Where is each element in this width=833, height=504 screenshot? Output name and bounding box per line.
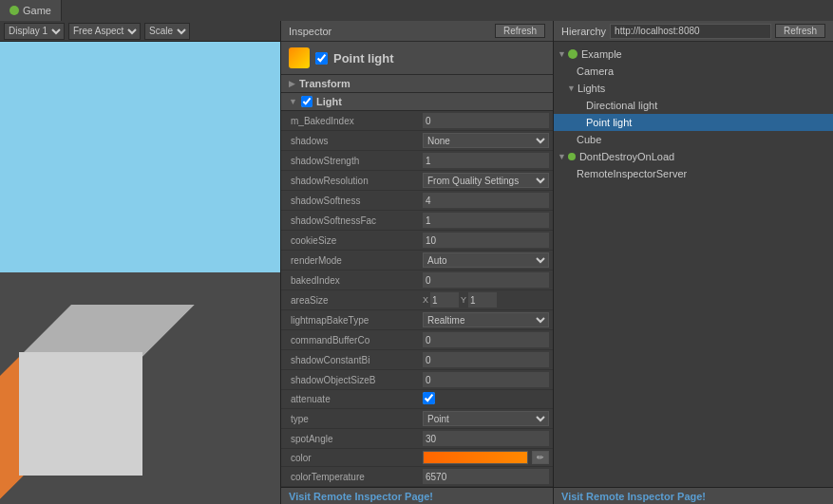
shadow-strength-input[interactable] [423,153,549,168]
inspector-content[interactable]: Point light ▶ Transform ▼ Light m_BakedI… [281,42,553,487]
attenuate-checkbox[interactable] [423,392,435,404]
prop-label-color-temperature: colorTemperature [281,472,419,482]
color-temperature-input[interactable] [423,469,549,484]
inspector-header: Inspector Refresh [281,21,553,42]
prop-value-baked-index[interactable] [419,271,553,289]
top-bar: Game [0,0,833,21]
color-edit-button[interactable]: ✏ [532,451,549,464]
game-canvas [0,42,280,504]
object-enabled-checkbox[interactable] [315,52,328,65]
prop-value-spot-angle[interactable] [419,430,553,447]
example-arrow-icon: ▼ [558,49,566,59]
prop-value-cookie-size[interactable] [419,232,553,249]
prop-shadow-constant-bi: shadowConstantBi [281,350,553,370]
prop-value-m-baked-index[interactable] [419,112,553,129]
prop-color: color ✏ [281,449,553,467]
prop-label-area-size: areaSize [281,295,419,306]
inspector-panel: Inspector Refresh Point light ▶ Transfor… [280,21,554,504]
tree-item-lights[interactable]: ▼ Lights [554,80,833,97]
color-bar-container: ✏ [423,451,549,464]
light-enabled-checkbox[interactable] [301,96,312,107]
cube [19,352,142,476]
lights-arrow-icon: ▼ [567,84,576,93]
prop-value-type[interactable]: PointDirectionalSpotArea [419,410,553,427]
game-view: Display 1 Free Aspect Scale [0,21,280,504]
spot-angle-input[interactable] [423,431,549,446]
area-x-label: X [423,295,428,305]
object-header: Point light [281,42,553,75]
render-mode-select[interactable]: AutoImportantNot Important [423,252,549,268]
hierarchy-refresh-button[interactable]: Refresh [775,24,825,38]
transform-section-header[interactable]: ▶ Transform [281,75,553,93]
object-icon [289,47,310,68]
inspector-visit-link[interactable]: Visit Remote Inspector Page! [289,491,433,502]
prop-label-shadow-constant-bi: shadowConstantBi [281,355,419,365]
prop-value-attenuate[interactable] [419,391,553,407]
tree-item-camera[interactable]: Camera [554,63,833,80]
prop-value-shadow-resolution[interactable]: From Quality SettingsLowMediumHigh [419,172,553,189]
prop-value-command-buffer-co[interactable] [419,331,553,348]
cookie-size-input[interactable] [423,233,549,248]
transform-arrow-icon: ▶ [289,79,295,88]
shadow-resolution-select[interactable]: From Quality SettingsLowMediumHigh [423,173,549,188]
shadows-select[interactable]: NoneHard ShadowsSoft Shadows [423,133,549,148]
prop-value-lightmap-bake-type[interactable]: RealtimeBakedMixed [419,311,553,328]
prop-label-shadow-softness-fac: shadowSoftnessFac [281,215,419,226]
prop-label-shadow-resolution: shadowResolution [281,176,419,186]
hierarchy-content[interactable]: ▼ Example Camera ▼ Lights Directional li… [554,42,833,487]
shadow-object-size-b-input[interactable] [423,372,549,387]
tree-item-dont-destroy[interactable]: ▼ DontDestroyOnLoad [554,148,833,165]
prop-shadow-softness-fac: shadowSoftnessFac [281,211,553,231]
shadow-softness-input[interactable] [423,193,549,208]
prop-value-shadow-constant-bi[interactable] [419,351,553,368]
prop-label-spot-angle: spotAngle [281,434,419,444]
tree-item-cube[interactable]: Cube [554,131,833,148]
main-area: Display 1 Free Aspect Scale [0,21,833,504]
light-section-header[interactable]: ▼ Light [281,93,553,111]
shadow-constant-bi-input[interactable] [423,352,549,367]
prop-value-render-mode[interactable]: AutoImportantNot Important [419,252,553,269]
color-bar[interactable] [423,451,528,464]
url-input[interactable] [610,24,771,39]
prop-value-shadow-softness-fac[interactable] [419,212,553,229]
tree-item-remote-inspector-server[interactable]: RemoteInspectorServer [554,165,833,182]
prop-render-mode: renderMode AutoImportantNot Important [281,251,553,271]
command-buffer-co-input[interactable] [423,332,549,347]
tree-item-point-light[interactable]: Point light [554,114,833,131]
area-x-input[interactable] [430,292,459,308]
m-baked-index-input[interactable] [423,113,549,128]
aspect-select[interactable]: Free Aspect [68,23,141,40]
inspector-refresh-button[interactable]: Refresh [495,24,545,38]
baked-index-input[interactable] [423,272,549,288]
shadow-softness-fac-input[interactable] [423,213,549,228]
hierarchy-visit-link-text: Visit Remote Inspector Page! [561,491,706,502]
tree-item-directional-light[interactable]: Directional light [554,97,833,114]
cube-front [19,352,142,476]
lightmap-bake-type-select[interactable]: RealtimeBakedMixed [423,312,549,327]
dont-destroy-arrow-icon: ▼ [558,152,566,161]
display-select[interactable]: Display 1 [4,23,65,40]
prop-value-shadow-object-size-b[interactable] [419,371,553,388]
area-y-input[interactable] [468,292,497,308]
game-dot [9,6,19,15]
dont-destroy-dot [568,153,576,160]
prop-value-shadow-softness[interactable] [419,192,553,209]
scale-select[interactable]: Scale [144,23,190,40]
tree-label-lights: Lights [577,83,605,94]
prop-value-shadows[interactable]: NoneHard ShadowsSoft Shadows [419,132,553,149]
prop-label-shadow-softness: shadowSoftness [281,196,419,206]
transform-section-title: Transform [299,78,350,89]
tree-label-dont-destroy: DontDestroyOnLoad [579,151,674,162]
tree-item-example[interactable]: ▼ Example [554,46,833,63]
prop-command-buffer-co: commandBufferCo [281,330,553,350]
prop-value-shadow-strength[interactable] [419,152,553,169]
prop-shadow-strength: shadowStrength [281,151,553,171]
prop-label-cookie-size: cookieSize [281,235,419,246]
prop-value-color[interactable]: ✏ [419,450,553,465]
prop-value-color-temperature[interactable] [419,468,553,485]
prop-value-area-size[interactable]: X Y [419,291,553,308]
type-select[interactable]: PointDirectionalSpotArea [423,411,549,426]
game-tab[interactable]: Game [0,0,62,21]
hierarchy-visit-link[interactable]: Visit Remote Inspector Page! [561,491,706,502]
prop-label-render-mode: renderMode [281,255,419,266]
